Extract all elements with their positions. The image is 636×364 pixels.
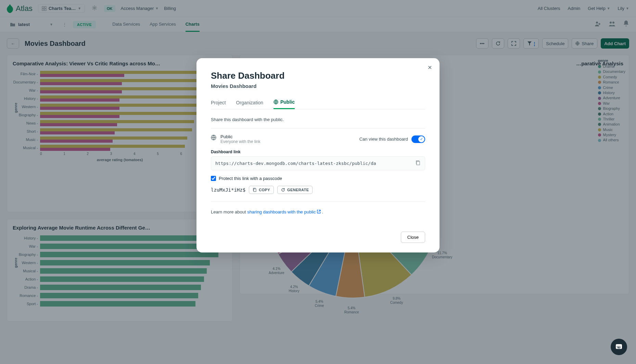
modal-footer: Close [211,232,425,243]
can-view-toggle[interactable] [411,135,425,143]
modal-title: Share Dashboard [211,70,425,81]
refresh-icon [281,188,285,192]
svg-rect-11 [417,161,420,165]
generate-passcode-button[interactable]: GENERATE [277,186,313,194]
tab-public[interactable]: Public [274,96,295,109]
share-dashboard-modal: ✕ Share Dashboard Movies Dashboard Proje… [196,58,440,252]
dashboard-link-input[interactable] [215,161,412,166]
learn-more: Learn more about sharing dashboards with… [211,209,425,214]
globe-icon [211,135,216,140]
external-link-icon [317,210,321,213]
tab-organization[interactable]: Organization [236,96,263,109]
intercom-launcher[interactable] [611,339,627,355]
public-title: Public [220,134,260,139]
dashboard-link-box [211,156,425,170]
learn-more-link[interactable]: sharing dashboards with the public [247,209,321,214]
passcode-value: lzuMxJi*iHz$ [211,187,245,193]
tab-project[interactable]: Project [211,96,226,109]
close-button[interactable]: Close [401,232,425,243]
close-icon[interactable]: ✕ [428,64,432,71]
link-label: Dashboard link [211,150,425,154]
copy-icon [253,188,257,192]
svg-rect-12 [254,189,256,192]
copy-link-button[interactable] [415,160,421,167]
chat-icon [615,343,623,351]
public-subtitle: Everyone with the link [220,139,260,144]
passcode-row: lzuMxJi*iHz$ COPY GENERATE [211,186,425,202]
copy-passcode-button[interactable]: COPY [249,186,274,194]
can-view-label: Can view this dashboard [359,136,408,142]
modal-overlay[interactable]: ✕ Share Dashboard Movies Dashboard Proje… [0,0,636,364]
modal-description: Share this dashboard with the public. [211,117,425,122]
globe-icon [274,100,278,104]
copy-icon [415,160,421,166]
public-visibility-row: Public Everyone with the link Can view t… [211,128,425,150]
protect-passcode-checkbox[interactable] [211,176,216,181]
protect-passcode-label: Protect this link with a passcode [219,176,282,181]
modal-tabs: Project Organization Public [211,96,425,109]
modal-subtitle: Movies Dashboard [211,83,425,89]
protect-passcode-row[interactable]: Protect this link with a passcode [211,176,425,181]
